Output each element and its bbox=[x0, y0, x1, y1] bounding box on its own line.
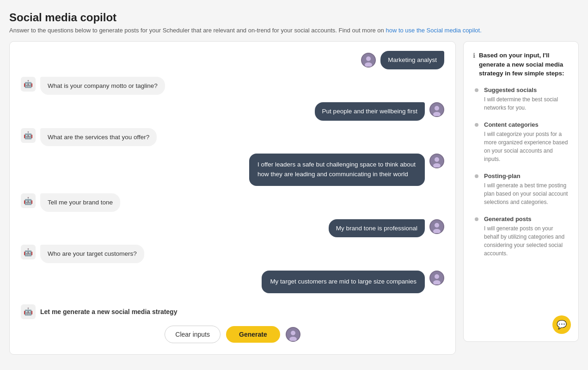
sidebar-step: Posting-plan I will generate a best time… bbox=[475, 173, 569, 206]
user-bubble-large: I offer leaders a safe but challenging s… bbox=[249, 154, 425, 186]
message-row: 🤖 What are the services that you offer? bbox=[21, 128, 444, 147]
sidebar-panel: ℹ Based on your input, I'll generate a n… bbox=[463, 41, 579, 342]
step-content: Generated posts I will generate posts on… bbox=[484, 216, 569, 258]
bot-avatar: 🤖 bbox=[21, 193, 36, 208]
bot-bubble: What are the services that you offer? bbox=[40, 128, 157, 147]
sidebar-step: Suggested socials I will determine the b… bbox=[475, 86, 569, 112]
main-layout: Marketing analyst 🤖 What is your company… bbox=[9, 41, 579, 355]
svg-point-16 bbox=[291, 331, 295, 335]
user-avatar bbox=[429, 102, 444, 117]
bot-avatar-generate: 🤖 bbox=[21, 304, 36, 319]
svg-point-1 bbox=[366, 56, 371, 61]
generate-label: 🤖 Let me generate a new social media str… bbox=[21, 304, 444, 319]
message-row: 🤖 Who are your target customers? bbox=[21, 245, 444, 263]
message-row: Marketing analyst bbox=[21, 51, 444, 69]
message-row: Put people and their wellbeing first bbox=[21, 102, 444, 121]
step-content: Suggested socials I will determine the b… bbox=[484, 86, 569, 112]
generate-section: 🤖 Let me generate a new social media str… bbox=[21, 304, 444, 343]
step-title: Posting-plan bbox=[484, 173, 569, 179]
svg-point-4 bbox=[435, 106, 439, 111]
user-bubble: Marketing analyst bbox=[380, 51, 444, 69]
chat-bubble-float[interactable]: 💬 bbox=[552, 315, 571, 334]
step-description: I will generate posts on your behalf by … bbox=[484, 224, 569, 258]
clear-inputs-button[interactable]: Clear inputs bbox=[165, 326, 220, 343]
step-dot bbox=[475, 217, 478, 221]
bot-bubble: Who are your target customers? bbox=[40, 245, 144, 263]
step-dot bbox=[475, 123, 478, 127]
sidebar-step: Content categories I will categorize you… bbox=[475, 121, 569, 163]
message-row: My target customers are mid to large siz… bbox=[21, 271, 444, 293]
chat-panel: Marketing analyst 🤖 What is your company… bbox=[9, 41, 456, 355]
user-avatar bbox=[429, 219, 444, 234]
step-dot bbox=[475, 88, 478, 92]
step-description: I will determine the best social network… bbox=[484, 95, 569, 112]
generate-actions: Clear inputs Generate bbox=[21, 326, 444, 343]
sidebar-header: ℹ Based on your input, I'll generate a n… bbox=[473, 51, 569, 78]
user-avatar bbox=[429, 154, 444, 168]
bot-avatar: 🤖 bbox=[21, 245, 36, 259]
user-bubble-large: My target customers are mid to large siz… bbox=[262, 271, 425, 293]
step-description: I will categorize your posts for a more … bbox=[484, 130, 569, 163]
sidebar-steps: Suggested socials I will determine the b… bbox=[473, 86, 569, 258]
svg-point-10 bbox=[435, 223, 439, 228]
user-bubble: My brand tone is professional bbox=[329, 219, 425, 238]
message-row: 🤖 Tell me your brand tone bbox=[21, 193, 444, 212]
svg-point-7 bbox=[435, 157, 439, 162]
user-avatar bbox=[286, 327, 300, 342]
generate-button[interactable]: Generate bbox=[226, 326, 280, 343]
bot-bubble: What is your company motto or tagline? bbox=[40, 77, 165, 95]
user-avatar bbox=[361, 53, 376, 68]
copilot-help-link[interactable]: how to use the Social media copilot. bbox=[386, 27, 481, 34]
step-content: Content categories I will categorize you… bbox=[484, 121, 569, 163]
chat-messages: Marketing analyst 🤖 What is your company… bbox=[21, 51, 444, 293]
step-description: I will generate a best time posting plan… bbox=[484, 181, 569, 206]
message-row: 🤖 What is your company motto or tagline? bbox=[21, 77, 444, 95]
step-title: Suggested socials bbox=[484, 86, 569, 93]
sidebar-step: Generated posts I will generate posts on… bbox=[475, 216, 569, 258]
sidebar-header-text: Based on your input, I'll generate a new… bbox=[479, 51, 569, 78]
user-avatar bbox=[429, 271, 444, 285]
step-title: Content categories bbox=[484, 121, 569, 128]
page-subtitle: Answer to the questions below to generat… bbox=[9, 27, 579, 34]
step-content: Posting-plan I will generate a best time… bbox=[484, 173, 569, 206]
message-row: My brand tone is professional bbox=[21, 219, 444, 238]
bot-bubble: Tell me your brand tone bbox=[40, 193, 120, 212]
info-icon: ℹ bbox=[473, 52, 475, 59]
bot-avatar: 🤖 bbox=[21, 77, 36, 92]
step-title: Generated posts bbox=[484, 216, 569, 222]
step-dot bbox=[475, 174, 478, 178]
svg-point-13 bbox=[435, 274, 439, 279]
user-bubble: Put people and their wellbeing first bbox=[315, 102, 425, 121]
bot-avatar: 🤖 bbox=[21, 128, 36, 143]
page-title: Social media copilot bbox=[9, 11, 579, 24]
message-row: I offer leaders a safe but challenging s… bbox=[21, 154, 444, 186]
